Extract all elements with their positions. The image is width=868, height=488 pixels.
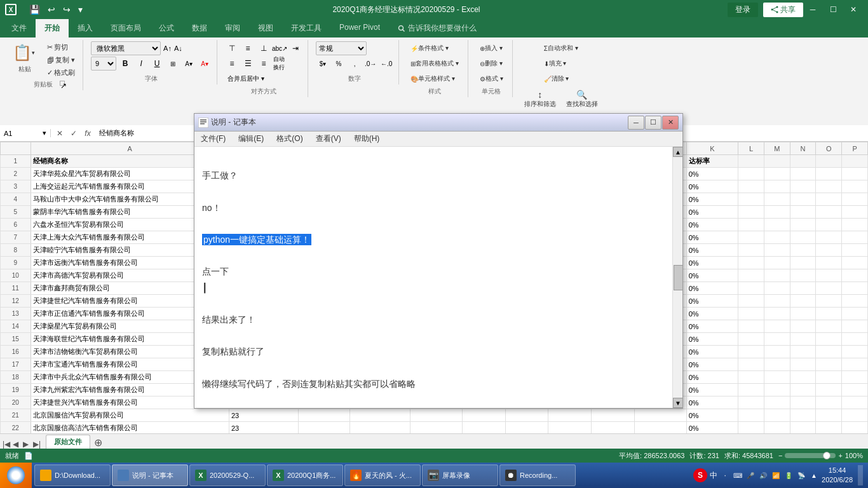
tab-search[interactable]: 告诉我你想要做什么 (389, 19, 485, 37)
zoom-out-btn[interactable]: − (778, 452, 782, 459)
grid-cell[interactable]: 14 (1, 320, 31, 333)
grid-cell[interactable]: 0% (686, 308, 738, 320)
grid-cell[interactable] (816, 333, 842, 346)
grid-cell[interactable] (842, 346, 868, 358)
grid-cell[interactable] (298, 422, 349, 434)
grid-cell[interactable] (842, 180, 868, 193)
notepad-text-area[interactable]: 手工做？ no！ python一键搞定基础运算！ 点一下 ┃ 结果出来了！ 复制… (194, 147, 672, 408)
align-middle-button[interactable]: ≡ (241, 41, 255, 55)
cell-style-button[interactable]: 🎨 单元格样式 ▾ (407, 72, 459, 86)
grid-cell[interactable] (790, 396, 816, 409)
grid-cell[interactable] (790, 358, 816, 371)
grid-cell[interactable] (462, 409, 505, 422)
grid-cell[interactable] (790, 422, 816, 434)
bold-button[interactable]: B (118, 57, 132, 71)
taskbar-item-folder[interactable]: D:\Download... (34, 464, 111, 486)
grid-cell[interactable]: 10 (1, 269, 31, 282)
conditional-format-button[interactable]: ⚡ 条件格式 ▾ (407, 41, 452, 55)
format-cells-button[interactable]: ⚙ 格式 ▾ (476, 72, 507, 86)
grid-cell[interactable]: 0% (686, 422, 738, 434)
grid-cell[interactable] (738, 244, 764, 257)
grid-cell[interactable] (816, 269, 842, 282)
grid-cell[interactable] (764, 180, 790, 193)
grid-cell[interactable]: 17 (1, 358, 31, 371)
grid-cell[interactable] (350, 409, 410, 422)
col-header-n[interactable]: N (790, 142, 816, 155)
ime-cn-indicator[interactable]: 中 (710, 470, 717, 481)
font-color-button[interactable]: A▾ (198, 57, 212, 71)
redo-btn[interactable]: ↪ (60, 3, 73, 16)
sort-filter-button[interactable]: ↕ 排序和筛选 (520, 87, 560, 111)
grid-cell[interactable]: 0% (686, 244, 738, 257)
minimize-button[interactable]: ─ (803, 1, 822, 18)
fill-button[interactable]: ⬇ 填充 ▾ (540, 57, 571, 71)
paste-button[interactable]: 📋 ▾ (9, 41, 41, 64)
grid-cell[interactable] (842, 206, 868, 219)
percent-button[interactable]: % (332, 57, 346, 71)
align-top-button[interactable]: ⊤ (225, 41, 239, 55)
orientation-button[interactable]: abc↗ (273, 41, 287, 55)
grid-cell[interactable]: 23 (229, 422, 298, 434)
col-header-p[interactable]: P (842, 142, 868, 155)
grid-cell[interactable] (790, 155, 816, 168)
grid-cell[interactable]: 11 (1, 282, 31, 295)
grid-cell[interactable]: 0% (686, 295, 738, 308)
grid-cell[interactable] (816, 384, 842, 396)
grid-cell[interactable] (842, 244, 868, 257)
grid-cell[interactable] (298, 409, 349, 422)
col-header-k[interactable]: K (686, 142, 738, 155)
fill-color-button[interactable]: A▾ (182, 57, 196, 71)
microphone-icon[interactable]: 🎤 (745, 470, 756, 480)
grid-cell[interactable] (738, 168, 764, 180)
col-header-l[interactable]: L (738, 142, 764, 155)
grid-cell[interactable] (816, 180, 842, 193)
network-icon[interactable]: 📶 (771, 470, 781, 480)
grid-cell[interactable]: 6 (1, 219, 31, 231)
grid-cell[interactable] (842, 219, 868, 231)
grid-cell[interactable]: 18 (1, 371, 31, 384)
grid-cell[interactable] (764, 231, 790, 244)
ime-mode-icon[interactable]: · (720, 470, 730, 480)
grid-cell[interactable]: 19 (1, 384, 31, 396)
grid-cell[interactable] (790, 180, 816, 193)
keyboard-icon[interactable]: ⌨ (733, 470, 743, 480)
col-header-m[interactable]: M (764, 142, 790, 155)
grid-cell[interactable]: 0% (686, 193, 738, 206)
grid-cell[interactable] (764, 295, 790, 308)
grid-cell[interactable]: 0% (686, 257, 738, 269)
grid-cell[interactable] (816, 231, 842, 244)
grid-cell[interactable]: 3 (1, 180, 31, 193)
grid-cell[interactable] (462, 422, 505, 434)
grid-cell[interactable] (790, 282, 816, 295)
grid-cell[interactable] (816, 409, 842, 422)
grid-cell[interactable] (764, 333, 790, 346)
grid-cell[interactable] (790, 231, 816, 244)
align-right-button[interactable]: ≡ (257, 57, 271, 71)
customize-btn[interactable]: ▾ (76, 3, 85, 16)
border-button[interactable]: ⊞ (166, 57, 180, 71)
grid-cell[interactable]: 4 (1, 193, 31, 206)
grid-cell[interactable] (738, 358, 764, 371)
tab-file[interactable]: 文件 (3, 19, 36, 37)
undo-btn[interactable]: ↩ (45, 3, 58, 16)
grid-cell[interactable]: 0% (686, 320, 738, 333)
start-button[interactable] (0, 463, 32, 488)
grid-cell[interactable] (790, 168, 816, 180)
grid-cell[interactable] (842, 282, 868, 295)
grid-cell[interactable] (410, 422, 462, 434)
grid-cell[interactable] (738, 155, 764, 168)
comma-button[interactable]: , (348, 57, 362, 71)
grid-cell[interactable]: 9 (1, 257, 31, 269)
grid-cell[interactable]: 0% (686, 384, 738, 396)
grid-cell[interactable]: 23 (229, 409, 298, 422)
grid-cell[interactable] (816, 396, 842, 409)
grid-cell[interactable] (764, 257, 790, 269)
insert-cells-button[interactable]: ⊕ 插入 ▾ (476, 41, 506, 55)
grid-cell[interactable] (738, 231, 764, 244)
grid-cell[interactable] (842, 333, 868, 346)
zoom-slider[interactable] (785, 453, 836, 458)
grid-cell[interactable]: 15 (1, 333, 31, 346)
notepad-menu-help[interactable]: 帮助(H) (348, 132, 386, 146)
grid-cell[interactable] (738, 206, 764, 219)
grid-cell[interactable] (764, 193, 790, 206)
